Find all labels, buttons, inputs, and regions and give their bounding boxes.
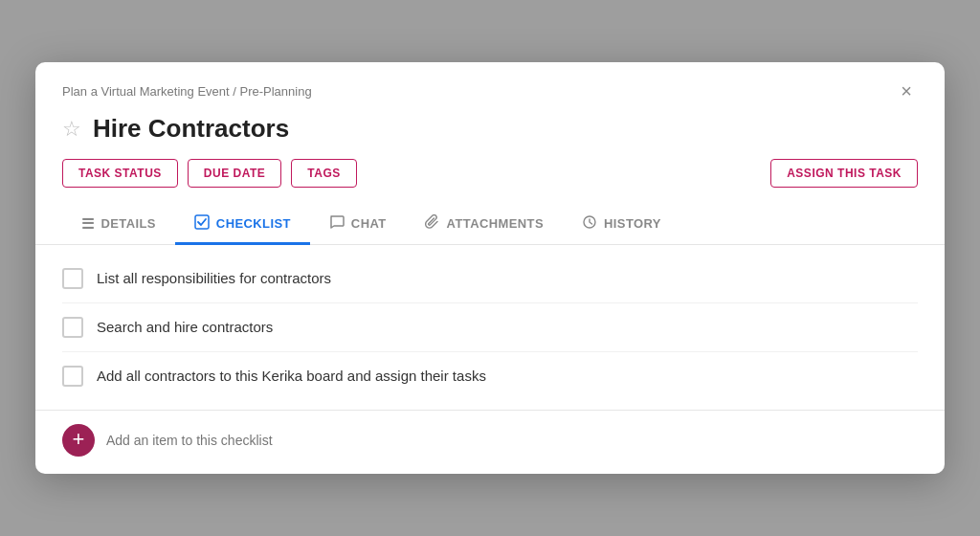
tab-history-label: HISTORY bbox=[604, 216, 661, 231]
task-title: Hire Contractors bbox=[93, 114, 289, 144]
checklist-icon bbox=[194, 214, 210, 233]
checklist-item: Search and hire contractors bbox=[62, 303, 918, 352]
chat-icon bbox=[329, 214, 345, 233]
action-row: TASK STATUS DUE DATE TAGS ASSIGN THIS TA… bbox=[35, 159, 945, 205]
due-date-button[interactable]: DUE DATE bbox=[188, 159, 281, 188]
history-icon bbox=[582, 214, 597, 233]
tab-chat[interactable]: CHAT bbox=[310, 205, 406, 245]
assign-task-button[interactable]: ASSIGN THIS TASK bbox=[770, 159, 918, 188]
checklist-item: Add all contractors to this Kerika board… bbox=[62, 352, 918, 400]
checklist-checkbox-3[interactable] bbox=[62, 366, 83, 387]
checklist-checkbox-1[interactable] bbox=[62, 268, 83, 289]
checklist-checkbox-2[interactable] bbox=[62, 317, 83, 338]
attachments-icon bbox=[425, 214, 440, 233]
checklist-content: List all responsibilities for contractor… bbox=[35, 245, 945, 410]
tabs-row: ☰ DETAILS CHECKLIST CHAT bbox=[35, 205, 945, 245]
tab-checklist-label: CHECKLIST bbox=[216, 216, 291, 231]
tab-chat-label: CHAT bbox=[351, 216, 387, 231]
tab-details-label: DETAILS bbox=[100, 216, 155, 231]
plus-icon: + bbox=[73, 429, 85, 450]
title-row: ☆ Hire Contractors bbox=[35, 110, 945, 159]
add-item-row: + bbox=[35, 410, 945, 474]
tags-button[interactable]: TAGS bbox=[291, 159, 356, 188]
tab-history[interactable]: HISTORY bbox=[563, 205, 680, 245]
close-button[interactable]: × bbox=[895, 79, 918, 102]
checklist-item-label-2: Search and hire contractors bbox=[97, 319, 273, 335]
breadcrumb: Plan a Virtual Marketing Event / Pre-Pla… bbox=[62, 84, 312, 99]
checklist-item: List all responsibilities for contractor… bbox=[62, 255, 918, 303]
tab-attachments[interactable]: ATTACHMENTS bbox=[406, 205, 563, 245]
star-icon[interactable]: ☆ bbox=[62, 117, 81, 142]
add-item-button[interactable]: + bbox=[62, 424, 95, 457]
tab-checklist[interactable]: CHECKLIST bbox=[175, 205, 310, 245]
add-item-input[interactable] bbox=[106, 433, 918, 448]
checklist-item-label-3: Add all contractors to this Kerika board… bbox=[97, 368, 486, 384]
breadcrumb-bar: Plan a Virtual Marketing Event / Pre-Pla… bbox=[35, 62, 945, 110]
tab-attachments-label: ATTACHMENTS bbox=[447, 216, 544, 231]
checklist-item-label-1: List all responsibilities for contractor… bbox=[97, 270, 331, 286]
details-icon: ☰ bbox=[81, 215, 94, 233]
tab-details[interactable]: ☰ DETAILS bbox=[62, 206, 175, 245]
task-status-button[interactable]: TASK STATUS bbox=[62, 159, 178, 188]
task-modal: Plan a Virtual Marketing Event / Pre-Pla… bbox=[35, 62, 945, 474]
